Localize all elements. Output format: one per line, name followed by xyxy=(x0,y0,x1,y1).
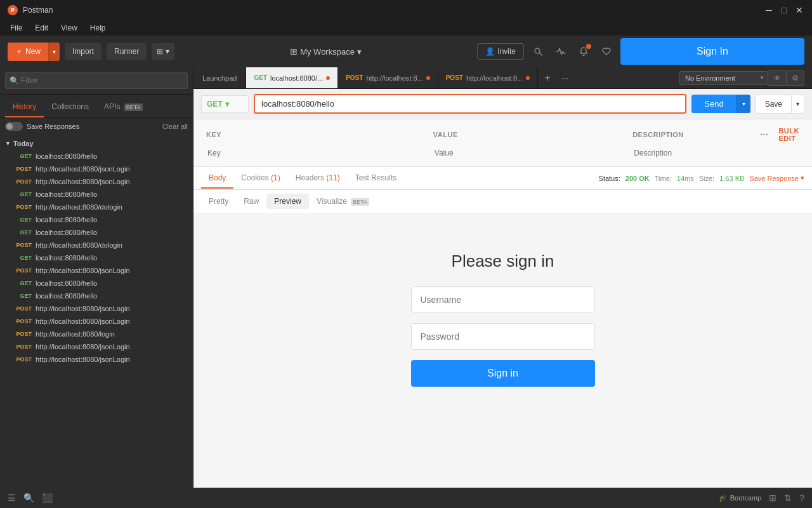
tab-apis[interactable]: APIs BETA xyxy=(96,97,150,117)
save-button[interactable]: Save xyxy=(756,95,792,114)
save-responses-toggle[interactable]: Save Responses xyxy=(5,122,79,131)
resp-tab-headers[interactable]: Headers (11) xyxy=(288,168,348,189)
params-more-header: ··· xyxy=(744,124,773,145)
pulse-icon[interactable] xyxy=(552,43,570,60)
search-input[interactable] xyxy=(5,72,188,89)
list-item[interactable]: POSThttp://localhost:8080/jsonLogin xyxy=(0,340,193,353)
list-item[interactable]: POSThttp://localhost:8080/jsonLogin xyxy=(0,302,193,315)
description-input[interactable] xyxy=(632,147,739,159)
password-input[interactable] xyxy=(411,323,595,350)
tab-history[interactable]: History xyxy=(5,97,44,117)
tab-dot-3 xyxy=(526,76,530,80)
save-responses-label: Save Responses xyxy=(27,123,79,130)
list-item[interactable]: POSThttp://localhost:8080/jsonLogin xyxy=(0,353,193,366)
list-item[interactable]: POSThttp://localhost:8080/jsonLogin xyxy=(0,163,193,175)
list-item[interactable]: POSThttp://localhost:8080/jsonLogin xyxy=(0,175,193,188)
tab-get-hello[interactable]: GET localhost:8080/... xyxy=(246,67,338,88)
menu-file[interactable]: File xyxy=(5,22,27,34)
history-url: localhost:8080/hello xyxy=(36,279,97,287)
more-tabs-button[interactable]: ··· xyxy=(557,67,573,88)
save-response-button[interactable]: Save Response ▾ xyxy=(749,174,804,182)
invite-button[interactable]: 👤 Invite xyxy=(477,43,524,60)
list-item[interactable]: POSThttp://localhost:8080/dologin xyxy=(0,239,193,251)
params-more-icon[interactable]: ··· xyxy=(760,130,768,140)
minimize-button[interactable]: ─ xyxy=(764,5,774,15)
toggle-switch[interactable] xyxy=(5,122,23,131)
tab-post-1[interactable]: POST http://localhost:8... xyxy=(338,67,438,88)
list-item[interactable]: POSThttp://localhost:8080/login xyxy=(0,328,193,340)
grid-bottom-icon[interactable]: ⊞ xyxy=(769,493,776,503)
new-button[interactable]: ＋ New xyxy=(8,43,48,61)
list-item[interactable]: GETlocalhost:8080/hello xyxy=(0,226,193,239)
list-item[interactable]: POSThttp://localhost:8080/jsonLogin xyxy=(0,315,193,328)
workspace-selector[interactable]: ⊞ My Workspace ▾ xyxy=(290,46,362,57)
method-label: GET xyxy=(13,229,32,236)
sync-icon[interactable]: ⇅ xyxy=(784,493,792,503)
import-button[interactable]: Import xyxy=(65,43,102,60)
bootcamp-link[interactable]: 🎓 Bootcamp xyxy=(719,494,762,502)
param-row xyxy=(201,145,804,161)
list-item[interactable]: GETlocalhost:8080/hello xyxy=(0,188,193,201)
url-input[interactable] xyxy=(255,95,685,112)
environment-select[interactable]: No Environment xyxy=(679,71,768,85)
tab-method-post-1: POST xyxy=(346,74,363,81)
list-item[interactable]: GETlocalhost:8080/hello xyxy=(0,290,193,302)
app-icon: P xyxy=(8,5,18,15)
today-group-header[interactable]: ▼ Today xyxy=(0,137,193,150)
send-dropdown-button[interactable]: ▾ xyxy=(737,95,750,113)
runner-button[interactable]: Runner xyxy=(107,43,147,60)
sidebar-toggle-icon[interactable]: ☰ xyxy=(8,493,16,503)
notification-icon[interactable] xyxy=(575,43,593,60)
list-item[interactable]: GETlocalhost:8080/hello xyxy=(0,251,193,264)
method-chevron: ▾ xyxy=(225,100,229,109)
new-dropdown-button[interactable]: ▾ xyxy=(48,43,60,61)
tab-launchpad[interactable]: Launchpad xyxy=(193,67,246,88)
layout-button[interactable]: ⊞ ▾ xyxy=(152,43,174,60)
list-item[interactable]: POSThttp://localhost:8080/dologin xyxy=(0,201,193,213)
list-item[interactable]: GETlocalhost:8080/hello xyxy=(0,213,193,226)
search-toolbar-icon[interactable] xyxy=(529,43,547,60)
search-bottom-icon[interactable]: 🔍 xyxy=(23,493,34,503)
tab-method-post-2: POST xyxy=(446,74,463,81)
save-dropdown-button[interactable]: ▾ xyxy=(792,95,804,114)
resp-tab-test-results[interactable]: Test Results xyxy=(348,168,404,189)
history-url: http://localhost:8080/login xyxy=(36,330,115,338)
add-tab-button[interactable]: + xyxy=(538,67,556,88)
send-button[interactable]: Send xyxy=(691,95,736,113)
size-value: 1.63 KB xyxy=(719,175,744,182)
resp-tab-body[interactable]: Body xyxy=(201,168,233,189)
menu-view[interactable]: View xyxy=(56,22,82,34)
key-input[interactable] xyxy=(206,147,423,159)
list-item[interactable]: GETlocalhost:8080/hello xyxy=(0,277,193,290)
list-item[interactable]: POSThttp://localhost:8080/jsonLogin xyxy=(0,264,193,277)
method-label: POST xyxy=(13,305,32,312)
body-tab-visualize[interactable]: Visualize BETA xyxy=(309,194,377,209)
help-icon[interactable]: ? xyxy=(799,493,804,503)
env-gear-button[interactable]: ⚙ xyxy=(787,70,804,86)
clear-all-button[interactable]: Clear all xyxy=(162,123,188,130)
sign-in-button[interactable]: Sign In xyxy=(620,38,804,65)
body-tab-pretty[interactable]: Pretty xyxy=(201,194,236,209)
environment-selector-row: No Environment 👁 ⚙ xyxy=(679,70,804,86)
value-input[interactable] xyxy=(433,147,622,159)
method-select[interactable]: GET ▾ xyxy=(201,95,249,113)
heart-icon[interactable] xyxy=(598,43,615,60)
body-tab-raw[interactable]: Raw xyxy=(236,194,266,209)
tab-collections[interactable]: Collections xyxy=(44,97,96,117)
maximize-button[interactable]: □ xyxy=(779,5,789,15)
close-button[interactable]: ✕ xyxy=(794,5,804,15)
env-eye-button[interactable]: 👁 xyxy=(768,70,787,86)
sign-in-button[interactable]: Sign in xyxy=(411,360,595,387)
user-plus-icon: 👤 xyxy=(485,47,495,56)
username-input[interactable] xyxy=(411,286,595,313)
list-item[interactable]: GETlocalhost:8080/hello xyxy=(0,150,193,163)
bulk-edit-button[interactable]: Bulk Edit xyxy=(778,127,799,142)
resp-tab-cookies[interactable]: Cookies (1) xyxy=(233,168,287,189)
body-tab-preview[interactable]: Preview xyxy=(266,194,309,209)
menu-edit[interactable]: Edit xyxy=(30,22,53,34)
method-label: POST xyxy=(13,318,32,324)
method-label: POST xyxy=(13,242,32,248)
console-icon[interactable]: ⬛ xyxy=(42,493,53,503)
tab-post-2[interactable]: POST http://localhost:8... xyxy=(438,67,539,88)
menu-help[interactable]: Help xyxy=(85,22,111,34)
